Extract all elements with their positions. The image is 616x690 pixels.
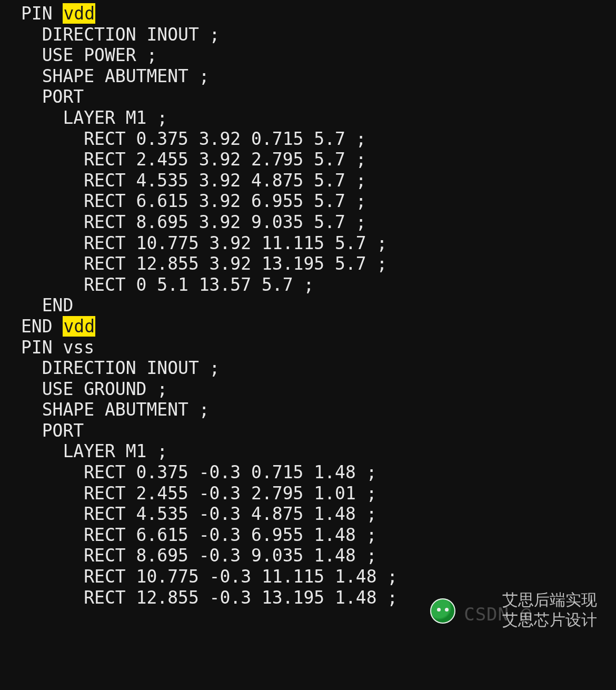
watermark-line-2: 艾思芯片设计 — [502, 609, 597, 631]
lef-code-block: PIN vdd DIRECTION INOUT ; USE POWER ; SH… — [0, 0, 616, 608]
watermark-line-1: 艾思后端实现 — [502, 589, 597, 611]
wechat-logo-icon — [430, 598, 455, 624]
